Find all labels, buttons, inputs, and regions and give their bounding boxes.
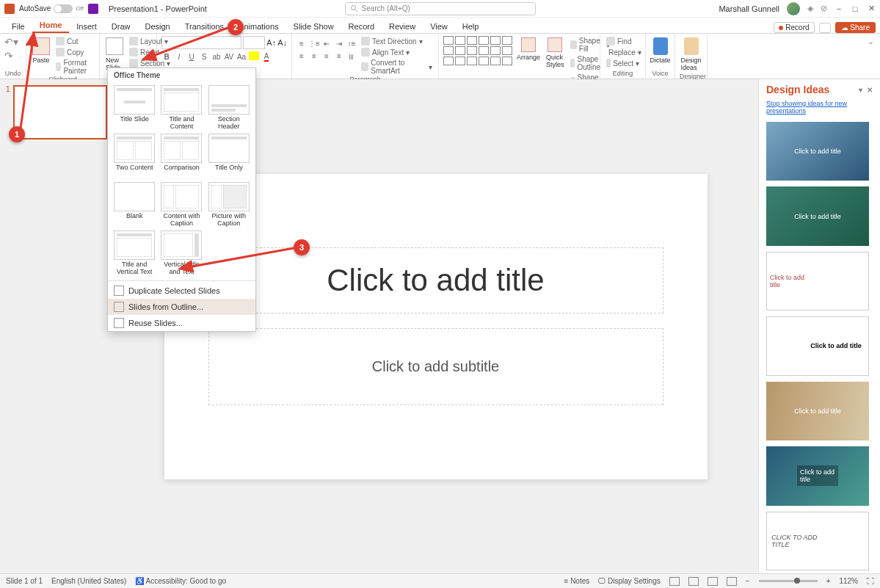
record-button[interactable]: Record: [774, 22, 814, 33]
bold-button[interactable]: B: [161, 51, 172, 62]
smartart-button[interactable]: Convert to SmartArt▾: [360, 58, 434, 76]
design-idea-1[interactable]: Click to add title: [766, 122, 869, 181]
highlight-button[interactable]: [249, 51, 259, 60]
line-spacing-button[interactable]: ↕≡: [346, 38, 357, 48]
fit-window-button[interactable]: ⛶: [867, 577, 874, 585]
undo-button[interactable]: ↶▾: [4, 36, 18, 48]
redo-button[interactable]: ↷: [4, 50, 13, 62]
indent-more-button[interactable]: ⇥: [334, 38, 344, 48]
spacing-button[interactable]: AV: [224, 51, 234, 62]
slides-from-outline-item[interactable]: Slides from Outline...: [108, 299, 255, 315]
indent-less-button[interactable]: ⇤: [321, 38, 332, 48]
numbering-button[interactable]: ⋮≡: [309, 38, 319, 48]
pane-close-button[interactable]: ✕: [867, 86, 873, 94]
maximize-button[interactable]: □: [851, 4, 859, 13]
find-button[interactable]: Find: [605, 36, 641, 46]
dictate-button[interactable]: Dictate: [650, 36, 670, 65]
layout-section-header[interactable]: Section Header: [207, 85, 251, 131]
design-idea-3[interactable]: Click to add title: [766, 252, 869, 311]
paste-button[interactable]: Paste: [31, 36, 51, 65]
layout-title-only[interactable]: Title Only: [207, 134, 251, 179]
font-color-button[interactable]: A: [261, 51, 272, 62]
tab-record[interactable]: Record: [341, 20, 382, 33]
autosave-toggle[interactable]: AutoSave Off: [19, 4, 84, 13]
select-button[interactable]: Select▾: [605, 58, 641, 68]
search-input[interactable]: Search (Alt+Q): [345, 2, 536, 15]
user-avatar[interactable]: [787, 2, 800, 15]
copy-button[interactable]: Copy: [54, 47, 95, 57]
layout-picture-caption[interactable]: Picture with Caption: [207, 182, 251, 228]
normal-view-button[interactable]: [669, 577, 680, 586]
design-idea-6[interactable]: Click to add title: [766, 446, 869, 505]
cut-button[interactable]: Cut: [54, 36, 95, 46]
layout-comparison[interactable]: Comparison: [159, 134, 203, 179]
tab-design[interactable]: Design: [137, 20, 177, 33]
align-left-button[interactable]: ≡: [297, 51, 307, 61]
tab-slideshow[interactable]: Slide Show: [286, 20, 341, 33]
strike-button[interactable]: S: [199, 51, 209, 62]
save-icon[interactable]: [88, 4, 98, 14]
sorter-view-button[interactable]: [688, 577, 699, 586]
layout-title-slide[interactable]: Title Slide: [112, 85, 156, 131]
minimize-button[interactable]: −: [834, 4, 843, 13]
tab-file[interactable]: File: [4, 20, 32, 33]
notes-button[interactable]: ≡ Notes: [564, 577, 590, 585]
accessibility-button[interactable]: ♿ Accessibility: Good to go: [135, 577, 226, 585]
arrange-button[interactable]: Arrange: [515, 36, 542, 62]
duplicate-slides-item[interactable]: Duplicate Selected Slides: [108, 283, 255, 299]
design-ideas-button[interactable]: Design Ideas: [680, 36, 702, 73]
quick-styles-button[interactable]: Quick Styles: [545, 36, 566, 70]
pane-options-button[interactable]: ▾: [859, 86, 862, 94]
tab-draw[interactable]: Draw: [104, 20, 138, 33]
collapse-ribbon-button[interactable]: ⌄: [868, 37, 874, 46]
layout-title-content[interactable]: Title and Content: [159, 85, 203, 131]
comments-button[interactable]: [819, 23, 831, 33]
decrease-font-icon[interactable]: A↓: [277, 38, 287, 47]
underline-button[interactable]: U: [186, 51, 197, 62]
columns-button[interactable]: ⫼: [346, 51, 357, 61]
language-button[interactable]: English (United States): [51, 577, 126, 585]
tab-review[interactable]: Review: [382, 20, 423, 33]
slideshow-view-button[interactable]: [727, 577, 737, 586]
zoom-slider[interactable]: [759, 580, 818, 582]
close-button[interactable]: ✕: [867, 4, 876, 13]
layout-title-vertical-text[interactable]: Title and Vertical Text: [112, 231, 156, 276]
coming-soon-icon[interactable]: ◈: [807, 4, 813, 13]
toggle-switch[interactable]: [54, 4, 73, 13]
text-direction-button[interactable]: Text Direction▾: [360, 36, 434, 46]
format-painter-button[interactable]: Format Painter: [54, 58, 95, 76]
layout-content-caption[interactable]: Content with Caption: [159, 182, 203, 228]
case-button[interactable]: Aa: [236, 51, 247, 62]
align-right-button[interactable]: ≡: [321, 51, 332, 61]
tab-home[interactable]: Home: [32, 18, 70, 33]
zoom-level[interactable]: 112%: [839, 577, 858, 585]
shadow-button[interactable]: ab: [211, 51, 222, 62]
italic-button[interactable]: I: [174, 51, 184, 62]
slide-counter[interactable]: Slide 1 of 1: [6, 577, 43, 585]
zoom-out-button[interactable]: −: [746, 577, 750, 585]
font-family-select[interactable]: [161, 36, 241, 49]
user-name[interactable]: Marshall Gunnell: [719, 4, 779, 13]
design-idea-7[interactable]: CLICK TO ADD TITLE: [766, 512, 869, 570]
align-text-button[interactable]: Align Text▾: [360, 47, 434, 57]
layout-two-content[interactable]: Two Content: [112, 134, 156, 179]
tab-transitions[interactable]: Transitions: [178, 20, 231, 33]
share-button[interactable]: ☁ Share: [835, 22, 876, 33]
tab-insert[interactable]: Insert: [69, 20, 104, 33]
align-center-button[interactable]: ≡: [309, 51, 319, 61]
reuse-slides-item[interactable]: Reuse Slides...: [108, 315, 255, 331]
design-idea-5[interactable]: Click to add title: [766, 382, 869, 440]
tab-view[interactable]: View: [423, 20, 455, 33]
link-icon[interactable]: ⊘: [821, 4, 827, 13]
increase-font-icon[interactable]: A↑: [266, 38, 276, 47]
display-settings-button[interactable]: 🖵 Display Settings: [598, 577, 660, 585]
shapes-gallery[interactable]: [443, 36, 512, 65]
zoom-in-button[interactable]: +: [826, 577, 831, 585]
title-placeholder[interactable]: Click to add title: [208, 247, 663, 313]
reading-view-button[interactable]: [708, 577, 718, 586]
design-idea-4[interactable]: Click to add title: [766, 316, 869, 375]
replace-button[interactable]: Replace▾: [605, 47, 641, 57]
layout-blank[interactable]: Blank: [112, 182, 156, 228]
stop-ideas-link[interactable]: Stop showing ideas for new presentations: [759, 100, 880, 119]
tab-help[interactable]: Help: [455, 20, 487, 33]
